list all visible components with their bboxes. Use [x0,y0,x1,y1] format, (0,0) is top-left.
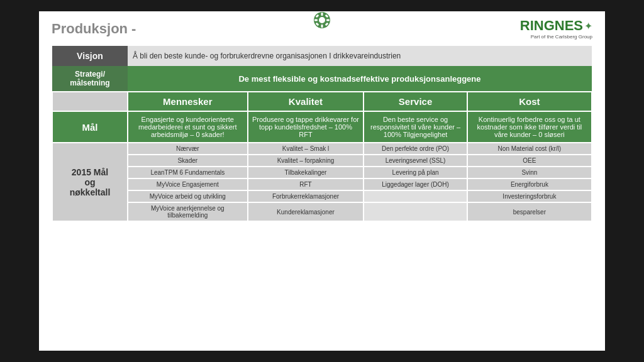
maal-label: Mål [52,111,128,143]
data-r1-c1: Nærvær [128,143,248,155]
data-r4-c2: RFT [248,178,364,190]
visjon-content: Å bli den beste kunde- og forbrukerdrevn… [128,46,592,66]
maal-mennesker: Engasjerte og kundeorienterte medarbeide… [128,111,248,143]
logo-star-icon: ✦ [584,20,592,32]
data-r3-c4: Svinn [467,167,592,178]
data-r6-c1: MyVoice anerkjennelse og tilbakemelding [128,202,248,221]
data-row-4: MyVoice Engasjement RFT Liggedager lager… [52,178,592,190]
data-r3-c1: LeanTPM 6 Fundamentals [128,167,248,178]
slide: Produksjon - RINGNES ✦ Part of the Carls… [39,11,605,351]
data-r2-c1: Skader [128,155,248,167]
data-r4-c4: Energiforbruk [467,178,592,190]
data-r3-c2: Tilbakekalinger [248,167,364,178]
data-r5-c1: MyVoice arbeid og utvikling [128,190,248,202]
svg-rect-2 [321,13,323,16]
data-r5-c3 [364,190,467,202]
col-header-kost: Kost [467,92,592,111]
data-r2-c3: Leveringsevnel (SSL) [364,155,467,167]
logo-subtitle: Part of the Carlsberg Group [531,34,592,40]
col-header-kvalitet: Kvalitet [248,92,364,111]
year-label: 2015 Mål og nøkkeltall [52,143,128,221]
col-header-service: Service [364,92,467,111]
col-header-mennesker: Mennesker [128,92,248,111]
svg-rect-3 [321,25,323,28]
strategi-content: De mest fleksible og kostnadseffektive p… [128,66,592,92]
data-r4-c3: Liggedager lager (DOH) [364,178,467,190]
data-row-5: MyVoice arbeid og utvikling Forbrukerrek… [52,190,592,202]
data-r2-c2: Kvalitet – forpakning [248,155,364,167]
data-r1-c3: Den perfekte ordre (PO) [364,143,467,155]
data-r6-c2: Kundereklamasjoner [248,202,364,221]
maal-service: Den beste service og responsivitet til v… [364,111,467,143]
data-row-6: MyVoice anerkjennelse og tilbakemelding … [52,202,592,221]
data-row-3: LeanTPM 6 Fundamentals Tilbakekalinger L… [52,167,592,178]
svg-rect-5 [326,19,330,21]
data-r1-c2: Kvalitet – Smak l [248,143,364,155]
column-headers-row: Mennesker Kvalitet Service Kost [52,92,592,111]
strategi-row: Strategi/ målsetning De mest fleksible o… [52,66,592,92]
data-row-1: 2015 Mål og nøkkeltall Nærvær Kvalitet –… [52,143,592,155]
data-r4-c1: MyVoice Engasjement [128,178,248,190]
data-r5-c2: Forbrukerreklamasjoner [248,190,364,202]
page-title: Produksjon - [52,21,136,37]
logo: RINGNES ✦ Part of the Carlsberg Group [520,18,592,40]
data-row-2: Skader Kvalitet – forpakning Leveringsev… [52,155,592,167]
data-r3-c3: Levering på plan [364,167,467,178]
visjon-row: Visjon Å bli den beste kunde- og forbruk… [52,46,592,66]
data-r6-c4: besparelser [467,202,592,221]
empty-header-cell [52,92,128,111]
gear-icon [313,11,331,29]
data-r1-c4: Non Material cost (kr/l) [467,143,592,155]
visjon-label: Visjon [52,46,128,66]
data-r2-c4: OEE [467,155,592,167]
svg-rect-4 [314,19,318,21]
maal-kost: Kontinuerlig forbedre oss og ta ut kostn… [467,111,592,143]
maal-kvalitet: Produsere og tappe drikkevarer for topp … [248,111,364,143]
logo-name: RINGNES [520,18,583,34]
maal-row: Mål Engasjerte og kundeorienterte medarb… [52,111,592,143]
data-r5-c4: Investeringsforbruk [467,190,592,202]
data-r6-c3 [364,202,467,221]
strategi-label: Strategi/ målsetning [52,66,128,92]
main-table: Visjon Å bli den beste kunde- og forbruk… [52,46,592,222]
svg-point-1 [319,17,325,23]
